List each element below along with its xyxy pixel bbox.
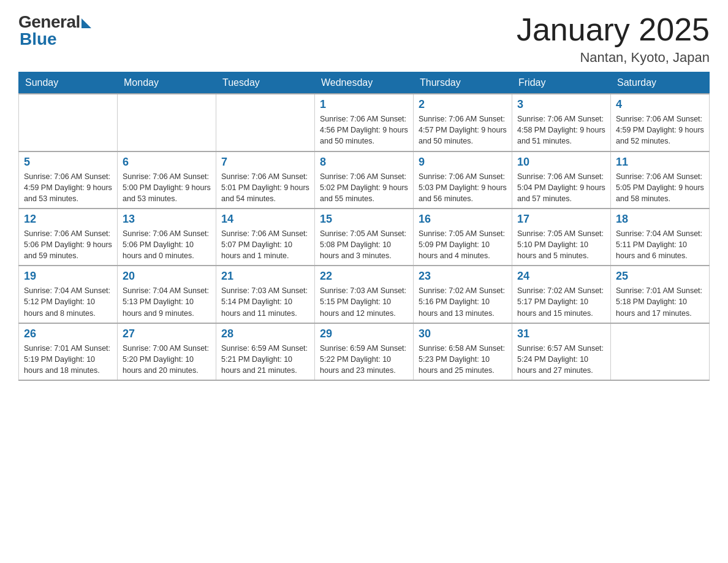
calendar-cell: 19Sunrise: 7:04 AM Sunset: 5:12 PM Dayli…	[19, 266, 118, 323]
day-header-wednesday: Wednesday	[315, 72, 414, 94]
day-number: 5	[24, 156, 112, 169]
calendar-header-row: SundayMondayTuesdayWednesdayThursdayFrid…	[19, 72, 710, 94]
calendar-week-row: 5Sunrise: 7:06 AM Sunset: 4:59 PM Daylig…	[19, 151, 710, 209]
calendar-cell: 12Sunrise: 7:06 AM Sunset: 5:06 PM Dayli…	[19, 209, 118, 266]
day-number: 21	[221, 270, 309, 283]
day-info: Sunrise: 6:59 AM Sunset: 5:22 PM Dayligh…	[320, 343, 408, 376]
day-number: 20	[123, 270, 211, 283]
calendar-cell: 30Sunrise: 6:58 AM Sunset: 5:23 PM Dayli…	[414, 323, 512, 380]
day-header-sunday: Sunday	[19, 72, 118, 94]
day-info: Sunrise: 7:06 AM Sunset: 5:03 PM Dayligh…	[419, 171, 507, 204]
month-title: January 2025	[517, 12, 710, 47]
day-number: 15	[320, 213, 408, 226]
day-number: 25	[616, 270, 704, 283]
day-header-saturday: Saturday	[611, 72, 710, 94]
day-info: Sunrise: 7:06 AM Sunset: 5:06 PM Dayligh…	[123, 228, 211, 261]
title-block: January 2025 Nantan, Kyoto, Japan	[517, 12, 710, 66]
logo-blue-text: Blue	[20, 29, 57, 49]
calendar-cell: 13Sunrise: 7:06 AM Sunset: 5:06 PM Dayli…	[118, 209, 216, 266]
day-info: Sunrise: 7:06 AM Sunset: 4:59 PM Dayligh…	[616, 113, 704, 147]
calendar-cell: 7Sunrise: 7:06 AM Sunset: 5:01 PM Daylig…	[216, 151, 315, 209]
day-info: Sunrise: 7:04 AM Sunset: 5:13 PM Dayligh…	[123, 285, 211, 318]
calendar-cell: 25Sunrise: 7:01 AM Sunset: 5:18 PM Dayli…	[611, 266, 710, 323]
calendar-cell: 6Sunrise: 7:06 AM Sunset: 5:00 PM Daylig…	[118, 151, 216, 209]
day-info: Sunrise: 7:03 AM Sunset: 5:15 PM Dayligh…	[320, 285, 408, 318]
calendar-cell: 26Sunrise: 7:01 AM Sunset: 5:19 PM Dayli…	[19, 323, 118, 380]
calendar-week-row: 12Sunrise: 7:06 AM Sunset: 5:06 PM Dayli…	[19, 209, 710, 266]
day-number: 27	[123, 327, 211, 340]
day-number: 13	[123, 213, 211, 226]
page-header: General Blue January 2025 Nantan, Kyoto,…	[18, 12, 710, 66]
calendar-cell: 20Sunrise: 7:04 AM Sunset: 5:13 PM Dayli…	[118, 266, 216, 323]
day-number: 31	[517, 327, 605, 340]
day-number: 7	[221, 156, 309, 169]
calendar-cell: 18Sunrise: 7:04 AM Sunset: 5:11 PM Dayli…	[611, 209, 710, 266]
calendar-cell: 11Sunrise: 7:06 AM Sunset: 5:05 PM Dayli…	[611, 151, 710, 209]
day-header-thursday: Thursday	[414, 72, 512, 94]
day-number: 3	[517, 98, 605, 111]
calendar-cell: 10Sunrise: 7:06 AM Sunset: 5:04 PM Dayli…	[512, 151, 611, 209]
calendar-cell	[216, 94, 315, 151]
calendar-week-row: 19Sunrise: 7:04 AM Sunset: 5:12 PM Dayli…	[19, 266, 710, 323]
day-info: Sunrise: 7:00 AM Sunset: 5:20 PM Dayligh…	[123, 343, 211, 376]
day-header-monday: Monday	[118, 72, 216, 94]
calendar-cell	[611, 323, 710, 380]
day-info: Sunrise: 7:06 AM Sunset: 5:06 PM Dayligh…	[24, 228, 112, 261]
day-info: Sunrise: 7:06 AM Sunset: 5:01 PM Dayligh…	[221, 171, 309, 204]
day-number: 19	[24, 270, 112, 283]
day-info: Sunrise: 6:59 AM Sunset: 5:21 PM Dayligh…	[221, 343, 309, 376]
day-info: Sunrise: 7:05 AM Sunset: 5:10 PM Dayligh…	[517, 228, 605, 261]
day-number: 4	[616, 98, 704, 111]
day-number: 17	[517, 213, 605, 226]
location-label: Nantan, Kyoto, Japan	[517, 50, 710, 66]
day-number: 2	[419, 98, 507, 111]
logo: General Blue	[18, 12, 91, 49]
day-number: 23	[419, 270, 507, 283]
day-info: Sunrise: 7:06 AM Sunset: 4:57 PM Dayligh…	[419, 113, 507, 147]
calendar-cell: 4Sunrise: 7:06 AM Sunset: 4:59 PM Daylig…	[611, 94, 710, 151]
day-info: Sunrise: 7:06 AM Sunset: 5:00 PM Dayligh…	[123, 171, 211, 204]
day-info: Sunrise: 7:06 AM Sunset: 4:59 PM Dayligh…	[24, 171, 112, 204]
day-info: Sunrise: 7:04 AM Sunset: 5:11 PM Dayligh…	[616, 228, 704, 261]
day-number: 22	[320, 270, 408, 283]
day-info: Sunrise: 6:57 AM Sunset: 5:24 PM Dayligh…	[517, 343, 605, 376]
calendar-cell: 28Sunrise: 6:59 AM Sunset: 5:21 PM Dayli…	[216, 323, 315, 380]
day-number: 10	[517, 156, 605, 169]
calendar-cell: 14Sunrise: 7:06 AM Sunset: 5:07 PM Dayli…	[216, 209, 315, 266]
day-number: 26	[24, 327, 112, 340]
day-info: Sunrise: 7:01 AM Sunset: 5:19 PM Dayligh…	[24, 343, 112, 376]
day-header-friday: Friday	[512, 72, 611, 94]
calendar-cell: 2Sunrise: 7:06 AM Sunset: 4:57 PM Daylig…	[414, 94, 512, 151]
calendar-cell: 29Sunrise: 6:59 AM Sunset: 5:22 PM Dayli…	[315, 323, 414, 380]
day-info: Sunrise: 6:58 AM Sunset: 5:23 PM Dayligh…	[419, 343, 507, 376]
day-number: 8	[320, 156, 408, 169]
day-header-tuesday: Tuesday	[216, 72, 315, 94]
calendar-cell: 27Sunrise: 7:00 AM Sunset: 5:20 PM Dayli…	[118, 323, 216, 380]
calendar-cell: 16Sunrise: 7:05 AM Sunset: 5:09 PM Dayli…	[414, 209, 512, 266]
day-number: 12	[24, 213, 112, 226]
calendar-week-row: 26Sunrise: 7:01 AM Sunset: 5:19 PM Dayli…	[19, 323, 710, 380]
calendar-cell: 31Sunrise: 6:57 AM Sunset: 5:24 PM Dayli…	[512, 323, 611, 380]
calendar-cell: 22Sunrise: 7:03 AM Sunset: 5:15 PM Dayli…	[315, 266, 414, 323]
day-number: 1	[320, 98, 408, 111]
day-info: Sunrise: 7:06 AM Sunset: 5:02 PM Dayligh…	[320, 171, 408, 204]
logo-triangle-icon	[82, 18, 91, 28]
calendar-table: SundayMondayTuesdayWednesdayThursdayFrid…	[18, 72, 710, 381]
day-number: 6	[123, 156, 211, 169]
calendar-cell: 21Sunrise: 7:03 AM Sunset: 5:14 PM Dayli…	[216, 266, 315, 323]
day-info: Sunrise: 7:04 AM Sunset: 5:12 PM Dayligh…	[24, 285, 112, 318]
calendar-week-row: 1Sunrise: 7:06 AM Sunset: 4:56 PM Daylig…	[19, 94, 710, 151]
day-info: Sunrise: 7:02 AM Sunset: 5:17 PM Dayligh…	[517, 285, 605, 318]
day-number: 24	[517, 270, 605, 283]
day-number: 9	[419, 156, 507, 169]
day-info: Sunrise: 7:06 AM Sunset: 4:58 PM Dayligh…	[517, 113, 605, 147]
day-number: 18	[616, 213, 704, 226]
calendar-cell: 23Sunrise: 7:02 AM Sunset: 5:16 PM Dayli…	[414, 266, 512, 323]
calendar-cell: 17Sunrise: 7:05 AM Sunset: 5:10 PM Dayli…	[512, 209, 611, 266]
day-info: Sunrise: 7:05 AM Sunset: 5:08 PM Dayligh…	[320, 228, 408, 261]
day-info: Sunrise: 7:06 AM Sunset: 4:56 PM Dayligh…	[320, 113, 408, 147]
calendar-cell: 1Sunrise: 7:06 AM Sunset: 4:56 PM Daylig…	[315, 94, 414, 151]
day-info: Sunrise: 7:05 AM Sunset: 5:09 PM Dayligh…	[419, 228, 507, 261]
calendar-cell: 24Sunrise: 7:02 AM Sunset: 5:17 PM Dayli…	[512, 266, 611, 323]
day-info: Sunrise: 7:06 AM Sunset: 5:05 PM Dayligh…	[616, 171, 704, 204]
